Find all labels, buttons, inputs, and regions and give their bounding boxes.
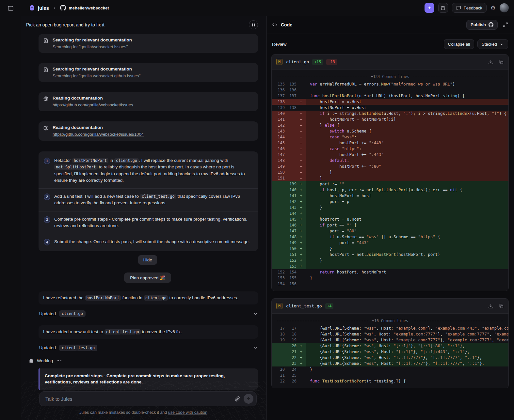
plan-step-4: 4 Submit the change. Once all tests pass… — [39, 234, 258, 250]
chat-scroll-area[interactable]: Searching for relevant documentation Sea… — [21, 34, 266, 420]
chevron-down-icon[interactable] — [253, 311, 258, 316]
content-row: Pick an open bug report and try to fix i… — [21, 16, 514, 420]
activity-title: Searching for relevant documentation — [53, 67, 140, 71]
diff-line: 135135var errMalformedURL = errors.New("… — [272, 81, 508, 87]
common-lines-divider[interactable]: +16 Common lines — [272, 316, 508, 325]
disclaimer-text: Jules can make mistakes so double-check … — [79, 410, 168, 415]
diff-line: 139138 hostNoPort = u.Host — [272, 105, 508, 111]
copy-icon[interactable] — [499, 59, 504, 65]
diff-file-header[interactable]: M client_test.go +4 — [272, 299, 508, 314]
diff-body: +134 Common lines 135135var errMalformed… — [272, 70, 508, 291]
documentation-link[interactable]: https://github.com/gorilla/websocket/iss… — [53, 102, 133, 107]
diff-line: 1717 {&url.URL{Scheme: "wss", Host: "exa… — [272, 325, 508, 331]
typing-dots — [57, 360, 61, 361]
code-panel-title: Code — [281, 22, 292, 27]
activity-subtitle: Searching for "gorilla/websocket issues" — [53, 44, 132, 49]
step-number: 3 — [44, 216, 50, 223]
activity-card-read-2[interactable]: Reading documentation https://github.com… — [39, 121, 258, 141]
hide-plan-button[interactable]: Hide — [138, 255, 157, 265]
attach-paperclip-icon[interactable] — [235, 396, 240, 402]
send-button[interactable] — [244, 394, 253, 404]
app-name: jules — [38, 5, 49, 11]
common-lines-label: +16 Common lines — [372, 319, 408, 323]
updated-file-row-client-go[interactable]: Updated client.go — [39, 310, 258, 317]
diff-line: 147+ port = "80" — [272, 228, 508, 234]
additions-count: +4 — [325, 303, 334, 309]
file-search-icon — [43, 67, 49, 72]
diff-card-client-test-go: M client_test.go +4 — [271, 298, 509, 388]
diff-line: 151− } — [272, 175, 508, 181]
chevron-down-icon[interactable] — [253, 345, 258, 350]
diff-line: 153155} — [272, 275, 508, 281]
modified-badge: M — [276, 59, 282, 65]
additions-count: +15 — [312, 59, 323, 65]
documentation-link[interactable]: https://github.com/gorilla/websocket/iss… — [53, 132, 144, 137]
diff-scroll-area[interactable]: M client.go +15 -13 — [267, 54, 514, 420]
updated-file-row-client-test-go[interactable]: Updated client_test.go — [39, 345, 258, 351]
sidebar-toggle-icon[interactable] — [8, 5, 14, 420]
code-header-actions: Publish — [466, 20, 508, 30]
diff-line: 146+ if port == "" { — [272, 222, 508, 228]
copy-icon[interactable] — [499, 303, 504, 309]
diff-rows: 135135var errMalformedURL = errors.New("… — [272, 81, 508, 287]
stacked-dropdown[interactable]: Stacked — [477, 39, 508, 49]
step-text: Add a unit test. I will add a new test c… — [54, 193, 252, 207]
diff-line: 141− hostNoPort = hostNoPort[:i] — [272, 117, 508, 122]
activity-title: Reading documentation — [53, 96, 133, 101]
breadcrumb-repo[interactable]: meheller/websocket — [60, 5, 109, 11]
new-task-button[interactable] — [425, 3, 434, 13]
assistant-message: I have added a new unit test to client_t… — [39, 325, 258, 338]
diff-rows: 1717 {&url.URL{Scheme: "wss", Host: "exa… — [272, 325, 508, 384]
download-icon[interactable] — [488, 59, 493, 65]
publish-button[interactable]: Publish — [466, 20, 498, 30]
file-search-icon — [43, 38, 49, 43]
activity-card-search-1[interactable]: Searching for relevant documentation Sea… — [39, 34, 258, 53]
jules-brand[interactable]: jules — [29, 5, 49, 11]
diff-line: 1818 {&url.URL{Scheme: "ws", Host: "exam… — [272, 331, 508, 337]
diff-file-name: client.go — [286, 59, 309, 64]
settings-gear-icon[interactable]: ⚙ — [490, 5, 496, 11]
pause-task-button[interactable] — [249, 20, 258, 29]
step-number: 2 — [44, 194, 50, 200]
input-actions — [235, 391, 253, 406]
diff-line: 154156 — [272, 281, 508, 287]
code-panel: Code Publish Review — [267, 16, 514, 420]
diff-line: 144+ — [272, 210, 508, 216]
chat-input[interactable] — [39, 391, 257, 406]
chevron-right-icon — [52, 6, 57, 10]
common-lines-divider[interactable]: +134 Common lines — [272, 72, 508, 81]
diff-line: 139+ port := "" — [272, 181, 508, 187]
expand-icon[interactable] — [503, 22, 508, 27]
current-step-card: Complete pre commit steps - Complete pre… — [39, 368, 258, 390]
github-icon — [489, 22, 493, 27]
activity-card-read-1[interactable]: Reading documentation https://github.com… — [39, 92, 258, 111]
stacked-label: Stacked — [482, 42, 497, 47]
app-root: jules meheller/websocket — [0, 0, 514, 420]
feedback-button[interactable]: Feedback — [452, 3, 487, 13]
diff-line: 21+ {&url.URL{Scheme: "wss", Host: "[::1… — [272, 349, 508, 355]
use-code-with-caution-link[interactable]: use code with caution — [168, 410, 207, 415]
globe-icon — [43, 96, 49, 101]
activity-card-search-2[interactable]: Searching for relevant documentation Sea… — [39, 63, 258, 82]
code-panel-header: Code Publish — [267, 16, 514, 34]
diff-file-actions — [488, 303, 504, 309]
working-status-row: Working — [29, 358, 258, 363]
diff-file-header[interactable]: M client.go +15 -13 — [272, 54, 508, 70]
avatar[interactable] — [500, 3, 509, 12]
diff-line: 145+ hostPort = u.Host — [272, 216, 508, 222]
gift-button[interactable] — [438, 3, 448, 13]
diff-line: 143+ } — [272, 205, 508, 210]
diff-line: 136136 — [272, 87, 508, 93]
collapse-all-button[interactable]: Collapse all — [444, 39, 474, 49]
diff-line: 150+ } — [272, 246, 508, 252]
download-icon[interactable] — [488, 303, 493, 309]
deletions-count: -13 — [326, 59, 337, 65]
diff-line: 152154 return hostPort, hostNoPort — [272, 269, 508, 275]
step-text: Complete pre commit steps - Complete pre… — [54, 216, 252, 229]
diff-line: 148+ if u.Scheme == "wss" || u.Scheme ==… — [272, 234, 508, 240]
chat-input-wrap — [39, 391, 257, 406]
diff-file-actions — [488, 59, 504, 65]
plan-card: 1 Refactor hostPortNoPort in client.go. … — [39, 151, 258, 251]
feedback-label: Feedback — [464, 6, 482, 10]
diff-line: 2226func TestHostPortNoPort(t *testing.T… — [272, 378, 508, 384]
